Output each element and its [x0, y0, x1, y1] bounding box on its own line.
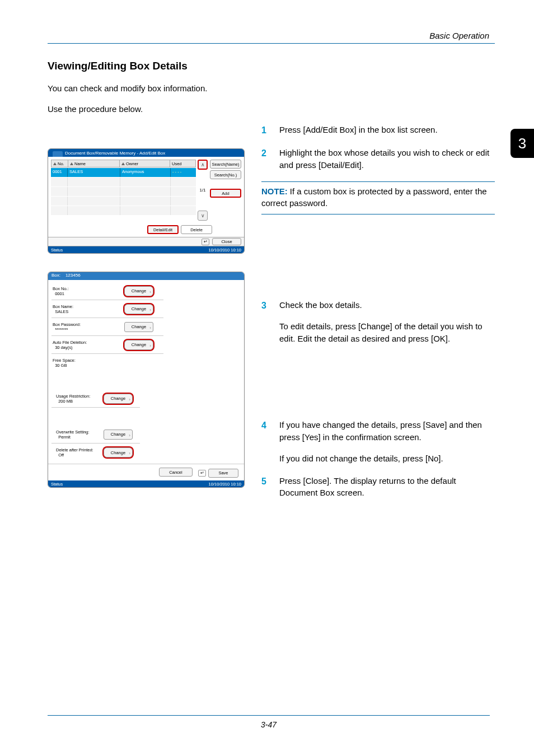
- box-header: Box: 123456: [48, 272, 244, 280]
- search-no-button[interactable]: Search(No.): [210, 170, 241, 179]
- page-indicator: 1/1: [198, 188, 208, 193]
- intro-paragraph-1: You can check and modify box information…: [48, 82, 495, 94]
- close-button[interactable]: Close: [212, 238, 241, 245]
- cell-no: 0001: [51, 168, 68, 177]
- label-delete-after-printed: Delete after Printed: Off: [56, 447, 101, 458]
- change-overwrite-button[interactable]: Change›: [104, 430, 133, 440]
- enter-icon: ↵: [198, 470, 206, 477]
- step-text: Press [Close]. The display returns to th…: [279, 475, 495, 500]
- col-no[interactable]: No.: [51, 160, 68, 167]
- change-auto-delete-button[interactable]: Change›: [124, 340, 153, 350]
- step-text: Press [Add/Edit Box] in the box list scr…: [279, 124, 495, 137]
- save-button[interactable]: Save: [208, 469, 238, 478]
- shot1-title: Document Box/Removable Memory - Add/Edit…: [65, 151, 165, 156]
- detail-edit-button[interactable]: Detail/Edit: [147, 225, 179, 234]
- status-label: Status: [51, 482, 63, 487]
- col-owner[interactable]: Owner: [120, 160, 170, 167]
- section-title: Viewing/Editing Box Details: [48, 60, 495, 72]
- note-label: NOTE:: [261, 186, 288, 196]
- cell-used: - - - -: [171, 168, 196, 177]
- step-text: Check the box details. To edit details, …: [279, 299, 495, 344]
- step-number: 1: [261, 124, 279, 137]
- table-header-row: No. Name Owner Used: [51, 160, 196, 167]
- step-number: 3: [261, 299, 279, 344]
- col-name[interactable]: Name: [68, 160, 120, 167]
- add-button[interactable]: Add: [210, 189, 241, 198]
- cell-name: SALES: [68, 168, 120, 177]
- page-number: 3-47: [48, 715, 490, 729]
- note-block: NOTE: If a custom box is protected by a …: [261, 181, 495, 215]
- scroll-up-button[interactable]: ∧: [198, 160, 208, 170]
- search-name-button[interactable]: Search(Name): [210, 160, 241, 169]
- step-text: Highlight the box whose details you wish…: [279, 147, 495, 171]
- screenshot-box-list: Document Box/Removable Memory - Add/Edit…: [48, 148, 245, 254]
- breadcrumb: Basic Operation: [48, 31, 495, 40]
- label-usage-restriction: Usage Restriction: 200 MB: [56, 394, 101, 404]
- step-text: If you have changed the details, press […: [279, 419, 495, 464]
- status-label: Status: [51, 248, 63, 253]
- change-box-name-button[interactable]: Change›: [124, 304, 153, 314]
- status-timestamp: 10/10/2010 10:10: [209, 482, 241, 487]
- label-box-password: Box Password: ********: [53, 322, 81, 332]
- label-box-no: Box No.: 0001: [53, 286, 69, 296]
- table-row-selected[interactable]: 0001 SALES Anonymous - - - -: [51, 168, 196, 177]
- chapter-badge: 3: [510, 129, 534, 158]
- label-auto-delete: Auto File Deletion: 30 day(s): [53, 340, 87, 350]
- top-rule: [48, 43, 495, 44]
- scroll-down-button[interactable]: ∨: [198, 211, 208, 221]
- cancel-button[interactable]: Cancel: [159, 468, 193, 477]
- change-dap-button[interactable]: Change›: [104, 447, 133, 458]
- step-number: 4: [261, 419, 279, 464]
- change-usage-button[interactable]: Change›: [104, 394, 133, 404]
- status-timestamp: 10/10/2010 10:10: [209, 248, 241, 253]
- step-number: 2: [261, 147, 279, 171]
- label-box-name: Box Name: SALES: [53, 304, 73, 314]
- screenshot-box-detail: Box: 123456 Box No.: 0001 Box Name: SALE…: [48, 272, 245, 488]
- change-box-no-button[interactable]: Change›: [124, 286, 153, 296]
- col-used[interactable]: Used: [170, 160, 195, 167]
- delete-button[interactable]: Delete: [181, 225, 212, 234]
- intro-paragraph-2: Use the procedure below.: [48, 103, 495, 115]
- enter-icon: ↵: [202, 239, 209, 245]
- label-free-space: Free Space: 30 GB: [53, 358, 76, 368]
- label-overwrite: Overwrite Setting: Permit: [56, 430, 101, 440]
- step-number: 5: [261, 475, 279, 500]
- change-password-button[interactable]: Change›: [124, 322, 153, 332]
- cell-owner: Anonymous: [120, 168, 171, 177]
